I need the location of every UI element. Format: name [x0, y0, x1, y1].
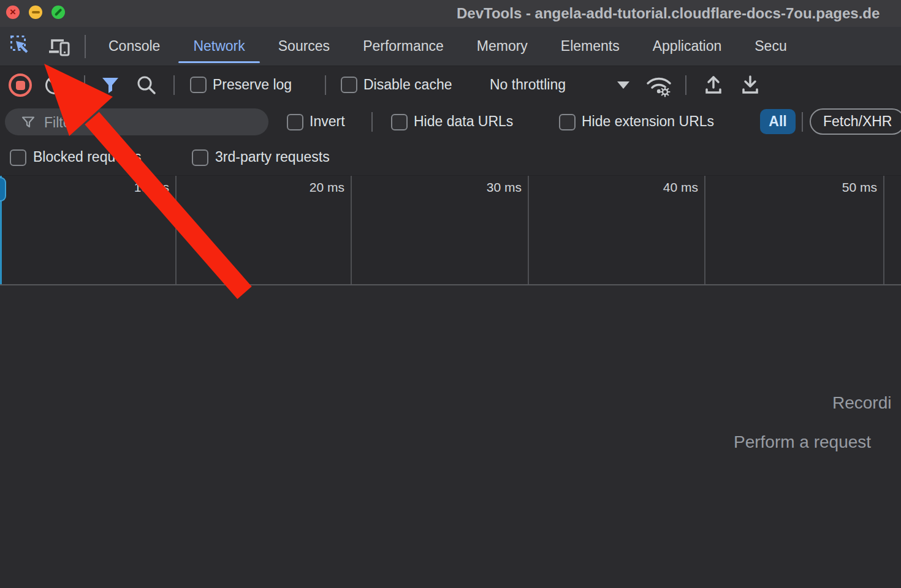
perform-request-hint-text: Perform a request — [734, 432, 871, 452]
network-filter-bar-row2: Blocked requests 3rd-party requests — [0, 140, 901, 175]
device-toolbar-icon — [48, 36, 71, 58]
network-filter-bar: Invert Hide data URLs Hide extension URL… — [0, 104, 901, 140]
search-network-button[interactable] — [135, 74, 158, 97]
invert-checkbox[interactable] — [287, 114, 303, 130]
chevron-down-icon[interactable] — [617, 81, 629, 89]
filter-toggle-button[interactable] — [100, 75, 121, 96]
inspect-element-button[interactable] — [10, 35, 32, 57]
timeline-tick-label: 30 ms — [487, 180, 522, 195]
timeline-gridline — [351, 176, 352, 284]
tab-security[interactable]: Secu — [738, 27, 803, 66]
tab-console[interactable]: Console — [92, 27, 177, 66]
close-window-button[interactable]: × — [6, 6, 20, 19]
devtools-tabs: Console Network Sources Performance Memo… — [92, 27, 804, 66]
preserve-log-label: Preserve log — [213, 75, 292, 94]
request-type-fetch-xhr-button[interactable]: Fetch/XHR — [810, 108, 901, 135]
toolbar-separator — [371, 112, 373, 132]
overview-resize-handle[interactable] — [0, 177, 6, 202]
window-titlebar: × DevTools - angela-add-tutorial.cloudfl… — [0, 0, 901, 27]
network-overview-timeline[interactable]: 10 ms 20 ms 30 ms 40 ms 50 ms — [0, 175, 901, 285]
download-icon — [739, 74, 761, 96]
hide-data-urls-checkbox[interactable] — [391, 114, 408, 130]
throttling-select[interactable]: No throttling — [490, 75, 566, 94]
hide-extension-urls-label: Hide extension URLs — [582, 112, 714, 130]
clear-network-log-button[interactable] — [44, 75, 65, 96]
network-toolbar: Preserve log Disable cache No throttling — [0, 66, 901, 104]
timeline-tick-label: 20 ms — [310, 180, 344, 195]
export-har-button[interactable] — [739, 74, 761, 96]
upload-icon — [702, 74, 724, 96]
tab-network[interactable]: Network — [177, 27, 261, 66]
tab-elements[interactable]: Elements — [544, 27, 636, 66]
tab-performance[interactable]: Performance — [346, 27, 460, 66]
tab-application[interactable]: Application — [636, 27, 739, 66]
recording-hint-text: Recordi — [832, 393, 891, 413]
record-stop-icon — [16, 81, 25, 90]
import-har-button[interactable] — [702, 74, 724, 96]
timeline-tick-label: 40 ms — [663, 180, 698, 195]
timeline-tick-label: 50 ms — [842, 180, 877, 195]
timeline-tick-label: 10 ms — [134, 180, 169, 195]
blocked-requests-checkbox[interactable] — [10, 149, 26, 166]
filter-input-container — [5, 108, 268, 135]
toolbar-separator — [802, 112, 803, 132]
timeline-gridline — [704, 176, 705, 284]
third-party-requests-label: 3rd-party requests — [215, 148, 330, 166]
tab-sources[interactable]: Sources — [262, 27, 346, 66]
zoom-icon — [55, 9, 62, 16]
close-icon: × — [10, 7, 16, 17]
inspect-cursor-icon — [10, 35, 32, 57]
minimize-window-button[interactable] — [29, 6, 42, 19]
request-type-all-button[interactable]: All — [760, 109, 796, 134]
network-request-list: Recordi Perform a request — [0, 285, 901, 588]
timeline-gridline — [528, 176, 529, 284]
toolbar-separator — [685, 75, 686, 95]
timeline-gridline — [175, 176, 177, 284]
timeline-gridline — [883, 176, 884, 284]
blocked-requests-label: Blocked requests — [33, 148, 141, 166]
invert-label: Invert — [310, 112, 345, 130]
clear-icon — [44, 75, 65, 96]
toolbar-separator — [325, 75, 326, 95]
preserve-log-checkbox[interactable] — [190, 77, 207, 93]
toolbar-separator — [173, 75, 175, 95]
filter-input[interactable] — [43, 111, 260, 134]
record-network-log-button[interactable] — [9, 74, 32, 97]
toggle-device-toolbar-button[interactable] — [48, 36, 71, 58]
disable-cache-checkbox[interactable] — [341, 77, 357, 93]
hide-data-urls-label: Hide data URLs — [414, 112, 513, 130]
third-party-requests-checkbox[interactable] — [192, 149, 208, 166]
minimize-icon — [32, 11, 40, 13]
network-conditions-icon — [644, 74, 673, 98]
disable-cache-label: Disable cache — [363, 75, 452, 94]
tab-memory[interactable]: Memory — [460, 27, 544, 66]
window-title: DevTools - angela-add-tutorial.cloudflar… — [457, 5, 880, 22]
zoom-window-button[interactable] — [51, 6, 65, 19]
search-icon — [135, 74, 158, 97]
tabbar-separator — [85, 35, 86, 58]
filter-funnel-icon — [100, 75, 121, 96]
toolbar-separator — [84, 75, 85, 95]
hide-extension-urls-checkbox[interactable] — [559, 114, 576, 130]
filter-funnel-small-icon — [21, 115, 36, 129]
network-conditions-button[interactable] — [644, 74, 673, 98]
